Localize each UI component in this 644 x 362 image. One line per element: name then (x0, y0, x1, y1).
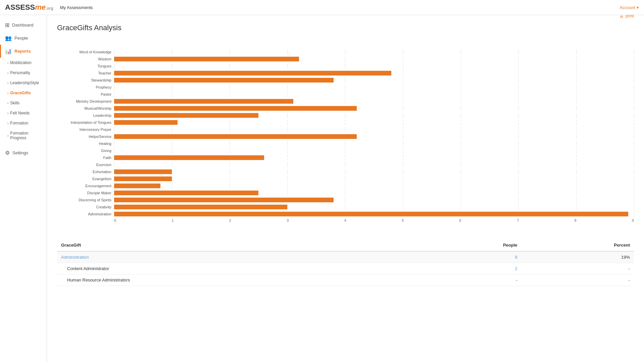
chart-bar (114, 106, 357, 111)
chart-label: Interpretation of Tongues (57, 120, 114, 124)
chart-bar-area (114, 106, 634, 111)
chevron-skills: › (7, 101, 8, 105)
sidebar-sub-gracegifts[interactable]: › GraceGifts (0, 88, 47, 98)
chevron-formation-progress: › (7, 134, 8, 138)
sidebar-item-people[interactable]: 👥 People (0, 32, 47, 45)
chevron-leadershipstyle: › (7, 81, 8, 85)
axis-label: 5 (402, 218, 404, 222)
chart-row: Ministry Development (57, 98, 634, 104)
chart-label: Prophecy (57, 85, 114, 89)
sidebar-sub-mobilization[interactable]: › Mobilization (0, 58, 47, 68)
chart-row: Evangelism (57, 176, 634, 182)
chart-bar-area (114, 169, 634, 174)
chart-label: Wisdom (57, 57, 114, 61)
chart-bar (114, 198, 334, 202)
chevron-felt-needs: › (7, 111, 8, 115)
sidebar-label-formation-progress: Formation Progress (10, 131, 43, 140)
chart-row: Exorcism (57, 162, 634, 168)
sidebar-label-formation: Formation (10, 121, 28, 125)
chart-label: Evangelism (57, 177, 114, 181)
account-menu[interactable]: Account ▾ (620, 5, 639, 10)
chart-row: Wisdom (57, 56, 634, 62)
sidebar-label-personality: Personality (10, 70, 30, 75)
chart-bar (114, 120, 178, 125)
chart-bar-area (114, 78, 634, 83)
axis-label: 9 (632, 218, 634, 222)
page-title: GraceGifts Analysis (57, 23, 121, 32)
chart-row: Pastor (57, 91, 634, 97)
table-row-sub: Content Administrator2- (57, 263, 634, 274)
chart-bar-area (114, 198, 634, 202)
chevron-formation: › (7, 121, 8, 125)
chart-bar (114, 71, 391, 75)
chart-bar-area (114, 141, 634, 146)
axis-label: 3 (287, 218, 289, 222)
sidebar-label-reports: Reports (14, 49, 31, 54)
chart-row: Prophecy (57, 84, 634, 90)
chart-row: Tongues (57, 63, 634, 69)
chart-row: Leadership (57, 112, 634, 118)
chart-row: Giving (57, 148, 634, 154)
chart-label: Exhortation (57, 170, 114, 174)
chart-label: Giving (57, 149, 114, 153)
layout: ⊞ Dashboard 👥 People 📊 Reports › Mobiliz… (0, 15, 644, 362)
chart-bar-area (114, 155, 634, 160)
sidebar-label-leadershipstyle: LeadershipStyle (10, 81, 39, 85)
chart-bar-area (114, 113, 634, 118)
sidebar-sub-skills[interactable]: › Skills (0, 98, 47, 108)
sidebar-item-settings[interactable]: ⚙ Settings (0, 146, 47, 159)
sidebar-sub-personality[interactable]: › Personality (0, 68, 47, 78)
chart-bar (114, 212, 628, 216)
sub-people: 2 (417, 263, 522, 274)
sidebar-label-settings: Settings (12, 150, 28, 155)
chart-label: Disciple Maker (57, 191, 114, 195)
my-assessments-link[interactable]: My Assessments (60, 5, 93, 10)
chart-label: Stewardship (57, 78, 114, 82)
chart-row: Musical/Worship (57, 105, 634, 111)
sidebar-sub-felt-needs[interactable]: › Felt Needs (0, 108, 47, 118)
sidebar-sub-formation[interactable]: › Formation (0, 118, 47, 128)
chart-bar (114, 57, 299, 61)
dashboard-icon: ⊞ (5, 22, 9, 28)
main-content: GraceGifts Analysis 🖨 print Word of Know… (47, 15, 644, 362)
chart-bar-area (114, 120, 634, 125)
chart-row: Interpretation of Tongues (57, 119, 634, 125)
sub-percent: - (522, 263, 634, 274)
chart-bar-area (114, 57, 634, 61)
sidebar-label-people: People (14, 36, 28, 41)
sidebar-item-reports[interactable]: 📊 Reports (0, 45, 47, 58)
axis-label: 6 (459, 218, 461, 222)
group-people-link[interactable]: 9 (515, 255, 517, 260)
sidebar: ⊞ Dashboard 👥 People 📊 Reports › Mobiliz… (0, 15, 47, 362)
chart-axis: 0123456789 (57, 218, 634, 222)
chart-row: Word of Knowledge (57, 49, 634, 55)
sidebar-sub-formation-progress[interactable]: › Formation Progress (0, 128, 47, 143)
chart-bar-area (114, 50, 634, 54)
topbar: ASSESSme.org My Assessments Account ▾ (0, 0, 644, 15)
chart-bar-area (114, 99, 634, 104)
settings-icon: ⚙ (5, 150, 10, 156)
sidebar-item-dashboard[interactable]: ⊞ Dashboard (0, 18, 47, 32)
chart-row: Exhortation (57, 169, 634, 175)
chart-bar (114, 155, 264, 160)
chart-row: Discerning of Spirits (57, 197, 634, 203)
chart-row: Helps/Service (57, 134, 634, 140)
chart-row: Creativity (57, 204, 634, 210)
sub-name: Content Administrator (57, 263, 417, 274)
axis-label: 4 (344, 218, 346, 222)
sidebar-sub-leadershipstyle[interactable]: › LeadershipStyle (0, 78, 47, 88)
sub-percent: - (522, 274, 634, 286)
chart-bar-area (114, 85, 634, 90)
chart-bar (114, 205, 287, 209)
chart-bar-area (114, 176, 634, 181)
group-name-link[interactable]: Administration (61, 255, 89, 260)
sub-people-link[interactable]: 2 (515, 266, 517, 271)
chevron-mobilization: › (7, 61, 8, 65)
sidebar-label-skills: Skills (10, 101, 19, 105)
chart-label: Leadership (57, 113, 114, 117)
chart-bar-area (114, 148, 634, 153)
chart-bar-area (114, 184, 634, 188)
chart-bar (114, 78, 334, 83)
sidebar-label-mobilization: Mobilization (10, 60, 31, 65)
logo: ASSESSme.org (5, 3, 53, 12)
